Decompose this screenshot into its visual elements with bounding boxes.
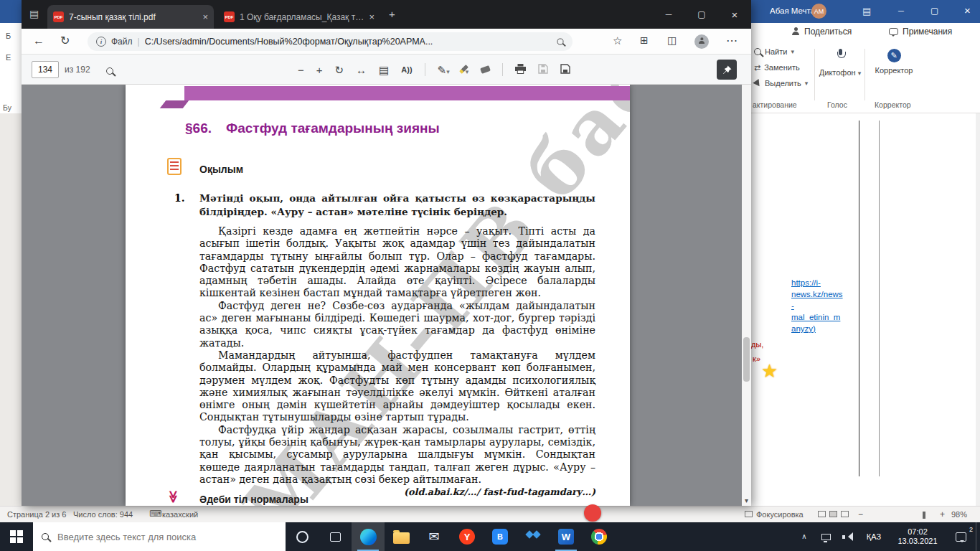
taskbar-app-chrome[interactable] (583, 522, 616, 551)
pdf-file-icon (53, 11, 64, 22)
word-status-bar: Страница 2 из 6 Число слов: 944 казахски… (0, 506, 980, 522)
select-caret-icon (805, 80, 809, 87)
taskbar-app-mail[interactable] (418, 522, 451, 551)
page-view-button[interactable] (379, 65, 389, 75)
word-minimize-button[interactable] (898, 7, 904, 15)
word-document-area[interactable]: https://i- news.kz/news - mal_etinin_m a… (751, 113, 980, 506)
chrome-icon (591, 529, 607, 545)
fit-width-button[interactable] (356, 65, 367, 75)
rotate-button[interactable] (335, 65, 344, 75)
select-button[interactable]: Выделить (754, 79, 808, 88)
profile-avatar[interactable] (694, 34, 709, 49)
cortana-button[interactable] (286, 522, 319, 551)
ribbon-display-options-icon[interactable] (862, 6, 871, 16)
split-screen-icon[interactable] (667, 35, 677, 45)
scroll-down-arrow[interactable] (742, 497, 751, 504)
action-center-button[interactable]: 2 (946, 522, 976, 551)
edge-close-button[interactable] (718, 0, 751, 29)
task-view-button[interactable] (319, 522, 352, 551)
erase-button[interactable] (480, 65, 491, 74)
tab-inactive[interactable]: 1 Оқу бағдарламасы_Қазақ тілі (218, 5, 380, 29)
tab-close-icon[interactable] (369, 12, 374, 22)
pdf-scrollbar[interactable] (742, 85, 751, 506)
highlight-button[interactable] (462, 64, 469, 76)
notification-icon (956, 532, 966, 542)
paragraph: Фастфудқа үйір жандар асқазан жарасы, со… (199, 424, 595, 486)
draw-button[interactable] (438, 64, 450, 76)
zoom-out-button[interactable] (298, 65, 304, 75)
page-header-band-fold (160, 100, 189, 108)
find-button[interactable]: Найти (754, 47, 794, 56)
zoom-out-control[interactable] (858, 510, 863, 519)
pdf-scrollbar-thumb[interactable] (743, 337, 750, 382)
print-layout-icon[interactable] (829, 511, 837, 517)
pdf-search-icon[interactable] (106, 67, 113, 75)
save-as-button[interactable] (560, 64, 570, 76)
editor-button[interactable]: Корректор (870, 49, 918, 75)
tray-volume[interactable] (837, 522, 858, 551)
address-bar[interactable]: Файл | C:/Users/admin/Documents/Новый%20… (88, 32, 573, 51)
section-number: §66. (185, 121, 212, 136)
replace-button[interactable]: Заменить (754, 63, 800, 72)
dictate-button[interactable]: Диктофон (819, 49, 862, 77)
pin-toolbar-button[interactable] (717, 60, 737, 80)
web-layout-icon[interactable] (841, 511, 849, 517)
taskbar-app-yandex[interactable] (451, 522, 484, 551)
start-button[interactable] (0, 522, 33, 551)
taskbar-app-edge[interactable] (352, 522, 385, 551)
share-person-icon (791, 27, 800, 36)
favorites-star-icon[interactable] (613, 35, 622, 46)
pdf-page-number-input[interactable] (32, 61, 59, 78)
tray-language[interactable]: ҚАЗ (858, 522, 890, 551)
profile-person-icon (698, 37, 705, 44)
status-page-count[interactable]: Страница 2 из 6 (7, 510, 66, 519)
show-desktop-button[interactable] (976, 522, 980, 551)
hyperlink-block[interactable]: https://i- news.kz/news - mal_etinin_m a… (791, 277, 857, 334)
tab-close-icon[interactable] (202, 12, 208, 22)
status-zoom-level[interactable]: 98% (951, 510, 967, 519)
zoom-page-icon[interactable] (557, 39, 564, 45)
taskbar-search-box[interactable] (33, 522, 286, 551)
print-button[interactable] (515, 64, 526, 76)
status-language[interactable]: казахский (162, 510, 198, 519)
settings-menu-icon[interactable] (726, 35, 738, 47)
tray-clock[interactable]: 07:02 13.03.2021 (890, 522, 946, 551)
status-focus[interactable]: Фокусировка (756, 510, 804, 519)
edge-minimize-button[interactable] (652, 0, 685, 29)
read-aloud-button[interactable]: A)) (401, 65, 412, 74)
pdf-toolbar-center: A)) (298, 55, 570, 85)
tab-actions-icon[interactable] (29, 9, 39, 19)
read-mode-icon[interactable] (818, 511, 826, 517)
search-input[interactable] (56, 531, 277, 543)
pdf-viewer-area[interactable]: АРМАН-ПВ баспасы §66. Фастфуд тағамдарын… (22, 85, 751, 506)
status-word-count[interactable]: Число слов: 944 (73, 510, 133, 519)
pen-icon (438, 65, 447, 75)
zoom-slider-thumb[interactable] (923, 512, 925, 519)
comments-button[interactable]: Примечания (889, 27, 952, 37)
back-button[interactable] (33, 35, 44, 47)
zoom-in-button[interactable] (316, 65, 323, 75)
user-avatar[interactable]: АМ (811, 4, 826, 19)
word-close-button[interactable] (964, 5, 971, 16)
file-info-icon[interactable] (96, 37, 106, 47)
taskbar-app-explorer[interactable] (385, 522, 418, 551)
edge-maximize-button[interactable] (685, 0, 718, 29)
tray-network[interactable] (815, 522, 837, 551)
save-button[interactable] (538, 64, 548, 76)
new-tab-button[interactable] (389, 9, 395, 19)
tray-expand-button[interactable] (793, 522, 815, 551)
zoom-in-control[interactable] (940, 510, 945, 519)
taskbar-app-word[interactable] (550, 522, 583, 551)
refresh-button[interactable] (60, 35, 70, 47)
taskbar-app-dropbox[interactable] (517, 522, 550, 551)
share-label: Поделиться (804, 27, 852, 37)
share-button[interactable]: Поделиться (791, 27, 852, 37)
word-window: Абая Мечта АМ Поделиться Примечания Найт… (751, 0, 980, 506)
word-restore-button[interactable] (930, 6, 938, 15)
word-scrollbar[interactable] (976, 113, 980, 506)
collections-icon[interactable] (640, 35, 649, 45)
taskbar-app-vk[interactable] (484, 522, 517, 551)
folder-icon (393, 532, 410, 544)
tab-active[interactable]: 7-сынып қазақ тілі.pdf (47, 5, 214, 29)
find-icon (754, 48, 761, 55)
